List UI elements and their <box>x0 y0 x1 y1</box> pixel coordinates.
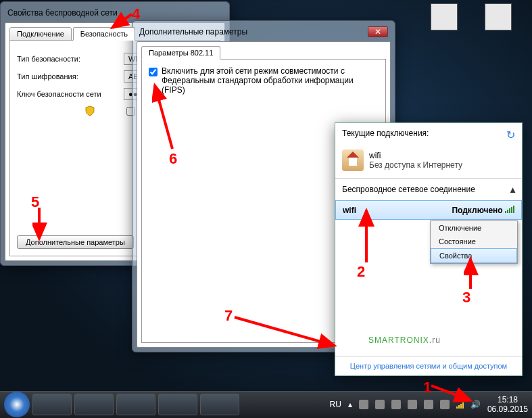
ctx-state[interactable]: Состояние <box>431 235 517 248</box>
network-status: Без доступа к Интернету <box>369 160 462 170</box>
close-icon: ✕ <box>374 27 381 37</box>
encryption-label: Тип шифрования: <box>17 72 118 80</box>
chevron-up-icon: ▴ <box>510 184 515 195</box>
volume-icon[interactable]: 🔊 <box>470 400 481 409</box>
network-name: wifi <box>369 151 462 160</box>
fips-checkbox[interactable] <box>149 68 158 76</box>
taskbar: RU ▴ 🔊 15:18 06.09.2015 <box>0 391 532 418</box>
ctx-disconnect[interactable]: Отключение <box>431 221 517 235</box>
shield-icon <box>84 106 95 116</box>
titlebar[interactable]: Свойства беспроводной сети <box>5 6 225 20</box>
key-label: Ключ безопасности сети <box>17 90 118 98</box>
tray-icon[interactable] <box>375 400 385 409</box>
taskbar-app[interactable] <box>74 394 114 415</box>
tray-icon[interactable] <box>424 400 433 409</box>
start-button[interactable] <box>4 392 30 417</box>
ctx-properties[interactable]: Свойства <box>431 248 517 263</box>
tray-up-icon[interactable]: ▴ <box>348 400 352 409</box>
taskbar-app[interactable] <box>200 394 239 415</box>
tray-icon[interactable] <box>408 400 417 409</box>
tray-icon[interactable] <box>359 400 368 409</box>
tab-security[interactable]: Безопасность <box>73 27 135 41</box>
tray-icon[interactable] <box>440 400 450 409</box>
taskbar-app[interactable] <box>158 394 197 415</box>
security-type-label: Тип безопасности: <box>17 55 118 63</box>
tab-connection[interactable]: Подключение <box>9 27 72 41</box>
tray-icon[interactable] <box>391 400 401 409</box>
wifi-row-name: wifi <box>343 206 356 215</box>
close-button[interactable]: ✕ <box>368 26 388 37</box>
advanced-params-button[interactable]: Дополнительные параметры <box>17 235 134 249</box>
system-tray: RU ▴ 🔊 15:18 06.09.2015 <box>330 395 528 415</box>
window-title: Свойства беспроводной сети <box>7 8 222 18</box>
tab-80211[interactable]: Параметры 802.11 <box>141 46 220 60</box>
desktop-icons <box>424 3 518 51</box>
taskbar-app[interactable] <box>116 394 155 415</box>
refresh-icon[interactable]: ↻ <box>506 129 515 141</box>
language-indicator[interactable]: RU <box>330 400 341 409</box>
wifi-connections-popup: Текущие подключения: ↻ wifi Без доступа … <box>335 122 523 376</box>
wireless-section-toggle[interactable]: Беспроводное сетевое соединение ▴ <box>335 178 522 200</box>
window-title: Дополнительные параметры <box>139 27 368 37</box>
current-connections-label: Текущие подключения: <box>342 129 429 138</box>
clock[interactable]: 15:18 06.09.2015 <box>487 395 528 415</box>
wifi-row-status: Подключено <box>452 206 502 215</box>
signal-icon <box>505 205 514 213</box>
wifi-list-row[interactable]: wifi Подключено <box>335 200 522 220</box>
titlebar[interactable]: Дополнительные параметры ✕ <box>137 25 391 39</box>
taskbar-app[interactable] <box>32 394 72 415</box>
network-center-link[interactable]: Центр управления сетями и общим доступом <box>335 356 522 375</box>
desktop-icon[interactable] <box>478 3 518 51</box>
desktop-icon[interactable] <box>424 3 464 51</box>
home-network-icon <box>342 149 364 171</box>
wifi-tray-icon[interactable] <box>456 400 464 409</box>
wifi-context-menu: Отключение Состояние Свойства <box>430 220 518 264</box>
fips-label: Включить для этой сети режим совместимос… <box>162 66 379 95</box>
